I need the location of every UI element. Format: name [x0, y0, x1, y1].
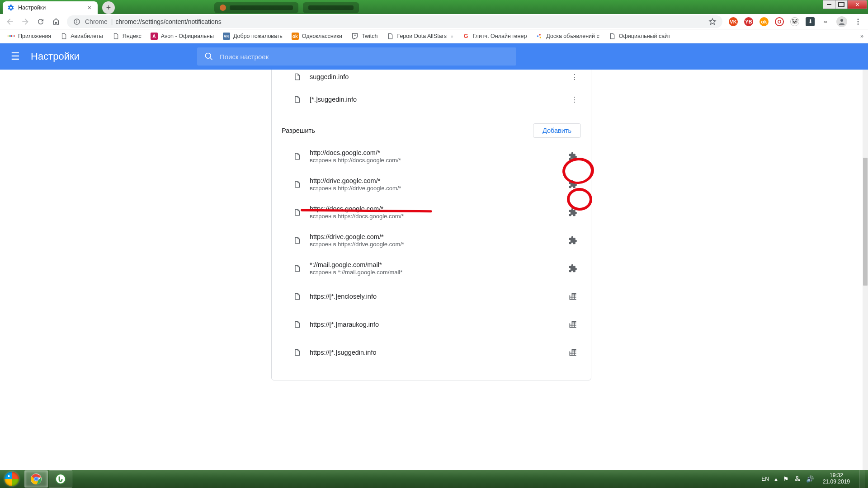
site-title: http://docs.google.com/* [310, 149, 401, 156]
site-row[interactable]: suggedin.info ⋮ [272, 70, 591, 88]
page-icon [293, 96, 301, 103]
site-row[interactable]: [*.]suggedin.info ⋮ [272, 88, 591, 111]
bookmark-item[interactable]: ok Одноклассники [288, 31, 345, 42]
svg-point-4 [858, 19, 859, 20]
taskbar-app-chrome[interactable] [24, 470, 48, 488]
add-site-button[interactable]: Добавить [533, 123, 581, 138]
tab-close-button[interactable]: × [88, 4, 91, 11]
bookmark-label: Twitch [362, 33, 377, 39]
extensions-row: VK YB ok O 🐼 ⬇ ∞ [729, 16, 863, 27]
bookmark-item[interactable]: Авиабилеты [57, 31, 106, 42]
chrome-icon [30, 473, 42, 485]
extension-icon[interactable]: 🐼 [790, 17, 799, 26]
bookmarks-overflow-button[interactable]: » [860, 33, 863, 39]
svg-point-5 [858, 21, 859, 22]
bookmark-item[interactable]: G Глитч. Онлайн генер [459, 31, 530, 42]
window-minimize-button[interactable] [823, 0, 835, 9]
window-maximize-button[interactable] [835, 0, 848, 9]
url-text: chrome://settings/content/notifications [115, 18, 221, 25]
site-row[interactable]: https://drive.google.com/*встроен в http… [272, 226, 591, 254]
settings-search[interactable] [197, 47, 516, 66]
extension-icon[interactable]: YB [744, 17, 753, 26]
site-row[interactable]: *://mail.google.com/mail*встроен в *://m… [272, 254, 591, 282]
page-icon [293, 293, 301, 300]
page-icon [293, 321, 301, 328]
more-actions-button[interactable]: ⋮ [568, 95, 581, 104]
bookmark-item[interactable]: VK Добро пожаловать [220, 31, 286, 42]
more-actions-button[interactable]: ⋮ [568, 73, 581, 81]
inactive-tab[interactable] [303, 2, 359, 13]
site-row[interactable]: https://[*.]maraukog.info [272, 310, 591, 338]
site-info-icon[interactable] [72, 17, 81, 26]
page-title: Настройки [31, 51, 80, 62]
svg-point-3 [840, 19, 843, 22]
start-button[interactable] [0, 470, 24, 488]
nav-reload-button[interactable] [36, 17, 45, 26]
profile-button[interactable] [836, 16, 847, 27]
star-icon[interactable] [708, 17, 717, 26]
bookmark-item[interactable]: Яндекс [109, 31, 145, 42]
svg-rect-2 [76, 21, 77, 23]
extension-icon[interactable]: ok [760, 17, 769, 26]
site-row[interactable]: http://docs.google.com/*встроен в http:/… [272, 142, 591, 170]
bookmark-item[interactable]: Официальный сайт [605, 31, 674, 42]
address-bar[interactable]: Chrome | chrome://settings/content/notif… [67, 15, 722, 28]
svg-point-6 [858, 23, 859, 24]
windows-logo-icon [5, 472, 19, 486]
extension-icon[interactable]: ⬇ [806, 17, 815, 26]
extension-icon[interactable]: O [775, 17, 784, 26]
taskbar-app-utorrent[interactable] [49, 470, 72, 488]
bookmark-label: Официальный сайт [619, 33, 670, 39]
show-desktop-button[interactable] [859, 470, 865, 488]
bookmark-item[interactable]: Twitch [348, 31, 381, 42]
menu-icon[interactable]: ☰ [11, 52, 20, 61]
settings-search-input[interactable] [220, 53, 509, 61]
nav-home-button[interactable] [52, 17, 61, 26]
tray-show-hidden-icon[interactable]: ▴ [774, 475, 778, 483]
site-row[interactable]: https://[*.]enclosely.info [272, 282, 591, 310]
site-title: https://drive.google.com/* [310, 233, 404, 240]
site-subtitle: встроен в https://drive.google.com/* [310, 241, 404, 248]
bookmark-item[interactable]: A Avon - Официальны [147, 31, 217, 42]
bookmark-item[interactable]: Доска объявлений с [533, 31, 602, 42]
extension-indicator-icon [568, 208, 581, 217]
site-subtitle: встроен в http://docs.google.com/* [310, 157, 401, 164]
nav-back-button[interactable] [5, 17, 14, 26]
inactive-tab[interactable] [214, 2, 298, 13]
new-tab-button[interactable]: + [102, 1, 115, 14]
bookmark-label: Глитч. Онлайн генер [473, 33, 527, 39]
page-icon [60, 33, 67, 40]
bookmark-item[interactable]: Герои Dota AllStars » [383, 31, 456, 42]
avon-icon: A [151, 33, 158, 40]
site-title: https://[*.]suggedin.info [310, 349, 377, 356]
bookmark-apps[interactable]: Приложения [5, 31, 54, 42]
browser-toolbar: Chrome | chrome://settings/content/notif… [0, 14, 868, 29]
tray-time: 19:32 [823, 473, 850, 479]
url-prefix: Chrome [85, 18, 108, 25]
page-icon [293, 209, 301, 216]
tray-volume-icon[interactable]: 🔊 [806, 475, 814, 483]
site-title: https://[*.]maraukog.info [310, 321, 379, 328]
tray-flag-icon[interactable]: ⚑ [783, 475, 789, 483]
browser-tab-settings[interactable]: Настройки × [3, 1, 98, 14]
twitch-icon [351, 33, 359, 40]
site-row[interactable]: https://docs.google.com/*встроен в https… [272, 198, 591, 226]
page-icon [293, 265, 301, 272]
tray-network-icon[interactable]: 🖧 [794, 475, 801, 483]
nav-forward-button[interactable] [21, 17, 30, 26]
window-close-button[interactable] [847, 0, 867, 9]
tray-clock[interactable]: 19:32 21.09.2019 [819, 473, 854, 485]
menu-button[interactable] [854, 17, 863, 26]
extension-indicator-icon [568, 264, 581, 273]
utorrent-icon [55, 473, 66, 485]
site-row[interactable]: https://[*.]suggedin.info [272, 338, 591, 366]
g-icon: G [462, 33, 470, 40]
extension-icon[interactable]: VK [729, 17, 738, 26]
site-title: *://mail.google.com/mail* [310, 261, 402, 268]
page-icon [609, 33, 616, 40]
site-row[interactable]: http://drive.google.com/*встроен в http:… [272, 170, 591, 198]
tray-language[interactable]: EN [761, 476, 769, 482]
extension-icon[interactable]: ∞ [821, 17, 830, 26]
vertical-scrollbar[interactable] [863, 70, 868, 470]
scrollbar-thumb[interactable] [863, 158, 868, 286]
